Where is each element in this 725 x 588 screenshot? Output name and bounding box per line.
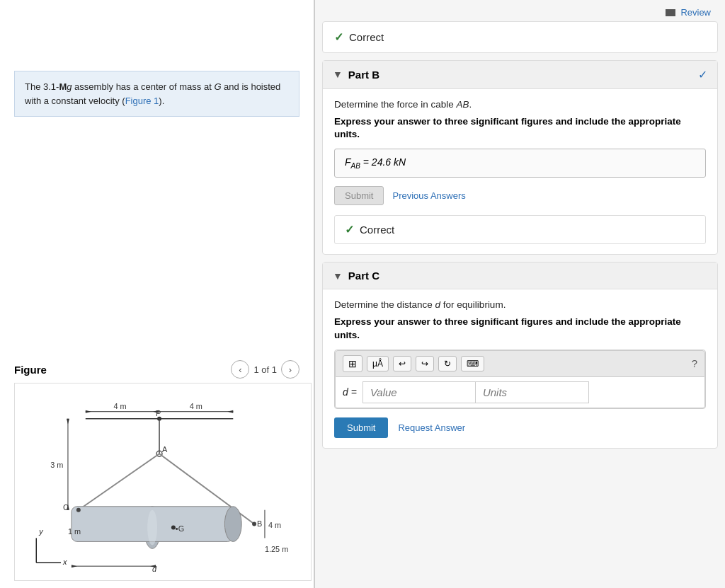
svg-point-30: [252, 522, 256, 526]
toolbar-symbol-button[interactable]: μÅ: [367, 356, 389, 371]
toolbar-refresh-button[interactable]: ↻: [438, 356, 457, 371]
top-correct-text: Correct: [349, 31, 384, 43]
part-c-instruction: Determine the distance d for equilibrium…: [334, 299, 706, 310]
figure-svg: y x 4 m 4 m P A: [15, 384, 311, 580]
part-c-emphasis: Express your answer to three significant…: [334, 316, 706, 342]
part-b-submit-button[interactable]: Submit: [334, 186, 384, 205]
part-b-label: Part B: [348, 69, 379, 81]
figure-image: y x 4 m 4 m P A: [14, 383, 312, 581]
part-c-request-link[interactable]: Request Answer: [398, 422, 465, 433]
figure-title: Figure: [14, 364, 47, 376]
toolbar-undo-button[interactable]: ↩: [393, 356, 411, 371]
right-panel: Review ✓ Correct ▼ Part B ✓ Determine th…: [315, 0, 725, 588]
part-b-section: ▼ Part B ✓ Determine the force in cable …: [322, 60, 718, 255]
top-correct-check: ✓: [334, 30, 343, 44]
svg-text:C: C: [63, 503, 69, 512]
part-c-submit-button[interactable]: Submit: [334, 417, 388, 438]
part-b-ab-label: AB: [457, 99, 469, 110]
units-input[interactable]: [476, 381, 589, 403]
figure-link[interactable]: Figure 1: [125, 96, 159, 106]
part-c-label: Part C: [348, 270, 379, 282]
svg-text:4 m: 4 m: [268, 521, 281, 529]
figure-header: Figure ‹ 1 of 1 ›: [7, 356, 307, 383]
review-link[interactable]: Review: [666, 7, 711, 18]
part-b-collapse-icon: ▼: [333, 69, 343, 80]
refresh-icon: ↻: [444, 359, 451, 369]
matrix-icon: ⊞: [348, 358, 357, 369]
undo-icon: ↩: [399, 359, 406, 369]
value-input[interactable]: [362, 381, 476, 403]
part-b-correct-check: ✓: [345, 223, 354, 236]
svg-point-28: [76, 508, 81, 512]
part-b-emphasis: Express your answer to three significant…: [334, 115, 706, 142]
part-c-actions: Submit Request Answer: [334, 417, 706, 438]
part-b-actions: Submit Previous Answers: [334, 186, 706, 205]
part-b-correct-text: Correct: [360, 224, 394, 236]
svg-text:y: y: [38, 527, 43, 536]
svg-text:1 m: 1 m: [68, 527, 81, 536]
svg-text:1.25 m: 1.25 m: [265, 545, 288, 553]
part-c-input-row: d =: [335, 377, 705, 408]
toolbar-matrix-button[interactable]: ⊞: [343, 355, 362, 372]
part-c-header[interactable]: ▼ Part C: [323, 263, 717, 289]
toolbar-redo-button[interactable]: ↪: [416, 356, 434, 371]
svg-text:A: A: [162, 445, 168, 454]
next-figure-button[interactable]: ›: [281, 360, 299, 379]
figure-nav: ‹ 1 of 1 ›: [231, 360, 299, 379]
part-c-body: Determine the distance d for equilibrium…: [323, 289, 717, 448]
d-label: d =: [343, 386, 357, 398]
part-b-instruction: Determine the force in cable AB.: [334, 99, 706, 110]
review-icon: [666, 9, 675, 16]
svg-text:3 m: 3 m: [50, 461, 63, 469]
prev-figure-button[interactable]: ‹: [231, 360, 249, 379]
svg-text:x: x: [62, 558, 67, 566]
mg-text: Mg: [59, 81, 72, 92]
redo-icon: ↪: [421, 359, 428, 369]
part-c-section: ▼ Part C Determine the distance d for eq…: [322, 262, 718, 449]
svg-text:•G: •G: [176, 524, 184, 533]
top-correct-banner: ✓ Correct: [322, 21, 718, 53]
part-b-check: ✓: [698, 68, 707, 81]
part-b-answer-box: FAB = 24.6 kN: [334, 149, 706, 178]
svg-text:4 m: 4 m: [114, 402, 127, 410]
part-b-correct-result: ✓ Correct: [334, 215, 706, 244]
review-section: Review: [315, 0, 725, 21]
left-panel: The 3.1-Mg assembly has a center of mass…: [0, 0, 315, 588]
toolbar-help-button[interactable]: ?: [692, 357, 697, 369]
figure-count: 1 of 1: [253, 364, 277, 375]
part-b-header[interactable]: ▼ Part B ✓: [323, 61, 717, 89]
symbol-icon: μÅ: [372, 359, 383, 369]
part-b-body: Determine the force in cable AB. Express…: [323, 89, 717, 255]
svg-point-26: [224, 507, 241, 542]
problem-text: The 3.1-Mg assembly has a center of mass…: [14, 71, 299, 117]
part-b-previous-link[interactable]: Previous Answers: [392, 190, 465, 201]
keyboard-icon: ⌨: [467, 359, 479, 369]
part-c-collapse-icon: ▼: [333, 270, 343, 282]
svg-text:B: B: [257, 519, 262, 528]
figure-section: Figure ‹ 1 of 1 › y x: [0, 356, 314, 588]
part-c-toolbar: ⊞ μÅ ↩ ↪ ↻ ⌨: [335, 350, 705, 377]
svg-text:P: P: [156, 409, 161, 417]
svg-text:4 m: 4 m: [190, 402, 202, 410]
svg-point-27: [147, 510, 157, 546]
toolbar-keyboard-button[interactable]: ⌨: [461, 356, 484, 371]
